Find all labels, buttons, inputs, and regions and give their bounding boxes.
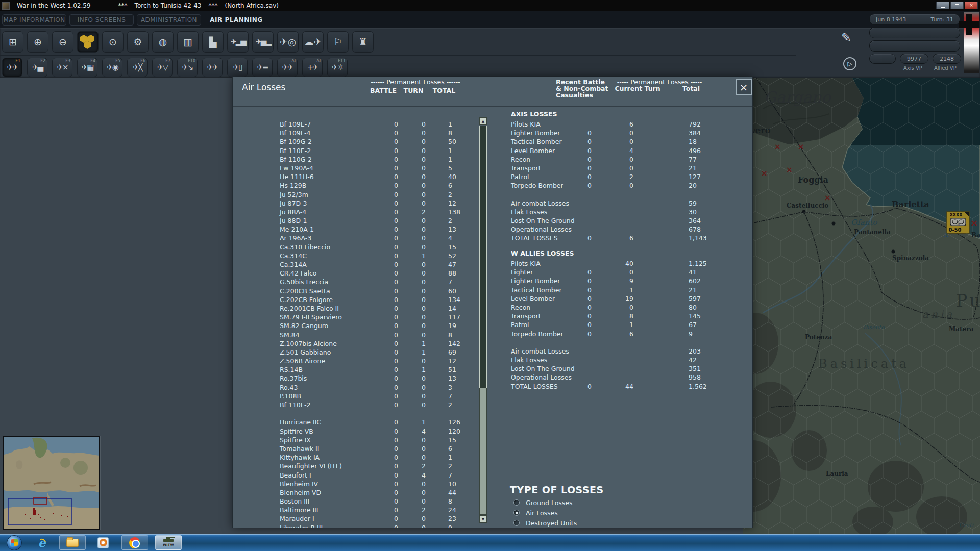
turn-value: 0 xyxy=(401,488,426,497)
start-button[interactable] xyxy=(4,535,24,550)
show-counters-button[interactable]: ◍ xyxy=(152,31,174,53)
axis-losses-header: AXIS LOSSES xyxy=(511,110,557,118)
aircraft-name: Ca.310 Libeccio xyxy=(280,243,330,252)
industry-screen-button[interactable]: ▙ xyxy=(202,31,224,53)
battle-value: 0 xyxy=(567,303,592,312)
zoom-out-button[interactable]: ⊖ xyxy=(52,31,74,53)
anti-ship-f7-button[interactable]: ✈▽F7 xyxy=(152,58,173,77)
aircraft-row: Spitfire VB04120 xyxy=(233,427,753,436)
aircraft-name: Boston III xyxy=(280,497,309,506)
hex-grid-icon xyxy=(80,35,95,49)
taskbar-witw-active[interactable]: WITW xyxy=(155,535,182,550)
tab-info-screens[interactable]: INFO SCREENS xyxy=(69,14,134,26)
minimap[interactable] xyxy=(3,436,100,530)
strategic-bombing-f4-button[interactable]: ✈▦F4 xyxy=(77,58,97,77)
tab-air-planning[interactable]: AIR PLANNING xyxy=(204,14,268,26)
city-garrison-button[interactable]: ♜ xyxy=(352,31,374,53)
naval-patrol-f5-icon: ✈◉ xyxy=(107,63,118,72)
minimize-button[interactable] xyxy=(936,2,949,9)
battle-value: 0 xyxy=(567,181,592,190)
tab-map-information[interactable]: MAP INFORMATION xyxy=(2,14,66,26)
loss-row: Recon0077 xyxy=(233,155,753,164)
tab-administration[interactable]: ADMINISTRATION xyxy=(137,14,201,26)
air-directive-targets-button[interactable]: ✈◎ xyxy=(277,31,299,53)
turn-column-header: TURN xyxy=(404,87,424,94)
air-group-list-button[interactable]: ✈≡ xyxy=(252,58,273,77)
aircraft-name: Beaufighter VI (ITF) xyxy=(280,462,342,470)
weather-screen-button[interactable]: ☁✈ xyxy=(302,31,324,53)
taskbar-chrome[interactable] xyxy=(121,535,148,550)
scroll-down-button[interactable]: ▼ xyxy=(479,515,487,523)
axis-vp-label: Axis VP xyxy=(903,65,922,71)
ai-air-add-button[interactable]: +✈AI xyxy=(302,58,323,77)
air-sweep-f6-button[interactable]: ✈╳F6 xyxy=(127,58,148,77)
battle-value: 0 xyxy=(370,400,398,409)
current-turn-value: 6 xyxy=(608,330,633,338)
radio-label: Ground Losses xyxy=(526,499,573,507)
status-pill-small xyxy=(869,54,896,64)
air-transport-button[interactable]: ✈▯ xyxy=(227,58,248,77)
maximize-button[interactable] xyxy=(950,2,964,9)
aircraft-row: Marauder I0023 xyxy=(233,514,753,523)
ai-air-assist-button[interactable]: ✈✈AI xyxy=(277,58,298,77)
radio-button[interactable] xyxy=(513,499,520,506)
air-losses-f11-button[interactable]: ✈☼F11 xyxy=(327,58,348,77)
battle-value: 0 xyxy=(370,243,398,252)
airfield-attack-f3-button[interactable]: ✈×F3 xyxy=(52,58,72,77)
loss-category: Transport xyxy=(511,312,541,320)
battle-value: 0 xyxy=(370,444,398,453)
air-doctrine-1-button[interactable]: ✈▂▅ xyxy=(227,31,249,53)
radio-button[interactable] xyxy=(513,510,520,516)
total-value: 67 xyxy=(689,320,697,329)
aircraft-row: Beaufighter VI (ITF)022 xyxy=(233,462,753,470)
air-transfer-f10-button[interactable]: ✈↘F10 xyxy=(177,58,198,77)
section-spacer xyxy=(233,338,753,347)
main-menu-bar: MAP INFORMATIONINFO SCREENSADMINISTRATIO… xyxy=(0,11,980,28)
zoom-in-button[interactable]: ⊕ xyxy=(27,31,48,53)
taskbar-explorer[interactable] xyxy=(59,535,86,550)
loss-row: TOTAL LOSSES061,143 xyxy=(233,234,753,242)
victory-flags-button[interactable]: ⚐ xyxy=(327,31,349,53)
current-turn-value: 19 xyxy=(608,294,633,303)
taskbar-internet-explorer[interactable]: e xyxy=(32,535,52,550)
aircraft-row: Liberator B.III009 xyxy=(233,523,753,528)
hex-grid-toggle-button[interactable] xyxy=(77,31,99,53)
aircraft-name: Liberator B.III xyxy=(280,523,323,528)
ground-support-f2-button[interactable]: ✈▄F2 xyxy=(27,58,47,77)
taskbar-media-player[interactable]: ▶ xyxy=(93,535,113,550)
radio-option-air-losses[interactable]: Air Losses xyxy=(513,509,558,517)
battle-value: 0 xyxy=(567,146,592,155)
naval-patrol-f5-button[interactable]: ✈◉F5 xyxy=(102,58,122,77)
current-turn-column-header: Current Turn xyxy=(615,85,660,92)
air-mission-f1-button[interactable]: ✈✈F1 xyxy=(2,58,22,77)
radio-option-ground-losses[interactable]: Ground Losses xyxy=(513,498,573,507)
air-doctrine-2-button[interactable]: ✈▅▂ xyxy=(252,31,274,53)
close-window-button[interactable]: × xyxy=(965,2,978,9)
air-sweep-f6-icon: ✈╳ xyxy=(133,63,142,72)
battle-value: 0 xyxy=(567,137,592,146)
dialog-title: Air Losses xyxy=(242,82,285,92)
aircraft-row: Beaufort I047 xyxy=(233,471,753,480)
jump-window-button[interactable]: ⊞ xyxy=(2,31,23,53)
turn-number: Turn: 31 xyxy=(930,16,953,23)
turn-value: 0 xyxy=(401,400,426,409)
aircraft-row: Tomahawk II006 xyxy=(233,444,753,453)
radio-option-destroyed-units[interactable]: Destroyed Units xyxy=(513,519,577,527)
air-group-pair-button[interactable]: ✈✈ xyxy=(202,58,223,77)
show-units-button[interactable]: ⊙ xyxy=(102,31,124,53)
show-bases-button[interactable]: ▥ xyxy=(177,31,199,53)
app-icon xyxy=(2,2,10,10)
current-turn-value: 0 xyxy=(608,181,633,190)
aircraft-row: Kittyhawk IA001 xyxy=(233,453,753,462)
loss-category: Tactical Bomber xyxy=(511,137,562,146)
edit-pencil-icon[interactable]: ✎ xyxy=(841,31,851,45)
settings-gear-button[interactable]: ⚙ xyxy=(127,31,149,53)
total-value: 18 xyxy=(689,137,697,146)
game-map[interactable]: ××××× GarganoSeveroFoggiaCastelluccioBar… xyxy=(743,78,980,534)
loss-row: Tactical Bomber0121 xyxy=(233,286,753,294)
ground-support-f2-icon: ✈▄ xyxy=(32,63,42,72)
end-turn-button[interactable]: ▷ xyxy=(843,57,856,70)
radio-button[interactable] xyxy=(513,520,520,526)
dialog-close-button[interactable]: × xyxy=(736,79,752,95)
air-directive-targets-icon: ✈◎ xyxy=(280,36,297,47)
